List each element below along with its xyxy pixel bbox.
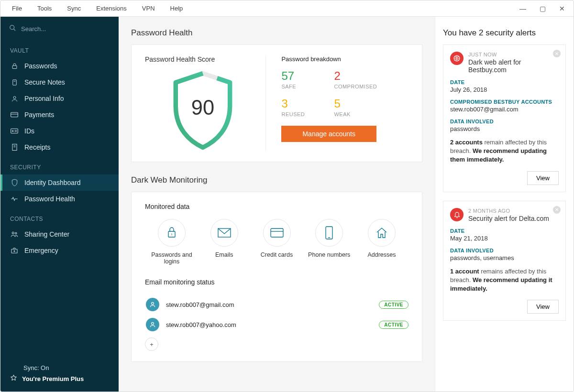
main-content: Password Health Password Health Score [119, 17, 435, 392]
alert-date: July 26, 2018 [450, 86, 559, 93]
section-label-contacts: CONTACTS [0, 207, 119, 226]
breakdown-label: Password breakdown [281, 55, 408, 63]
alert-accounts: stew.rob007@gmail.com [450, 106, 559, 113]
maximize-icon[interactable]: ▢ [540, 5, 546, 12]
sidebar-item-ids[interactable]: IDs [0, 123, 119, 139]
breakdown-reused: 3 REUSED [281, 97, 324, 117]
envelope-icon [210, 219, 238, 247]
svg-rect-3 [12, 79, 16, 85]
monitored-email-address: stew.rob007@gmail.com [166, 301, 234, 308]
weak-label: WEAK [334, 111, 391, 117]
monitored-phone[interactable]: Phone numbers [305, 219, 353, 265]
svg-point-16 [15, 232, 17, 234]
menu-sync[interactable]: Sync [59, 5, 88, 12]
menu-vpn[interactable]: VPN [134, 5, 163, 12]
svg-point-27 [152, 302, 154, 305]
sidebar-item-personal-info[interactable]: Personal Info [0, 90, 119, 107]
weak-value: 5 [334, 97, 391, 110]
person-icon [10, 95, 19, 102]
dismiss-alert-button[interactable]: ✕ [553, 50, 561, 57]
svg-point-5 [13, 96, 16, 98]
alert-date-label: DATE [450, 228, 559, 234]
view-alert-button[interactable]: View [527, 300, 559, 314]
search-icon [9, 24, 16, 33]
score-value: 90 [191, 96, 214, 119]
sidebar-item-password-health[interactable]: Password Health [0, 191, 119, 207]
svg-point-0 [10, 25, 14, 30]
creditcard-icon [263, 219, 291, 247]
alert-card-1: ✕ 2 MONTHS AGO Security alert for Delta.… [443, 201, 566, 321]
monitored-credit-cards[interactable]: Credit cards [253, 219, 301, 265]
alerts-panel: You have 2 security alerts ✕ JUST NOW Da… [435, 17, 574, 392]
svg-point-15 [12, 232, 14, 234]
alert-time: 2 MONTHS AGO [468, 208, 549, 214]
svg-line-1 [14, 29, 15, 31]
sidebar-item-emergency[interactable]: Emergency [0, 242, 119, 259]
monitored-emails[interactable]: Emails [200, 219, 248, 265]
sidebar-item-sharing-center[interactable]: Sharing Center [0, 226, 119, 242]
email-row-1: stew.rob007@yahoo.com ACTIVE [145, 315, 408, 335]
search-input[interactable] [21, 25, 110, 33]
svg-rect-25 [326, 227, 332, 239]
minimize-icon[interactable]: ― [519, 5, 526, 12]
monitored-email-address: stew.rob007@yahoo.com [166, 321, 236, 328]
note-icon [10, 79, 19, 86]
plan-label: You're Premium Plus [22, 375, 84, 382]
svg-rect-23 [271, 229, 283, 237]
alert-title: Dark web alert for Bestbuy.com [468, 58, 559, 74]
sidebar-item-passwords[interactable]: Passwords [0, 58, 119, 74]
phone-icon [315, 219, 343, 247]
monitored-addresses[interactable]: Addresses [358, 219, 406, 265]
menu-help[interactable]: Help [163, 5, 191, 12]
monitored-data-label: Monitored data [145, 203, 408, 210]
close-icon[interactable]: ✕ [559, 5, 565, 12]
sidebar-item-identity-dashboard[interactable]: Identity Dashboard [0, 174, 119, 191]
sidebar-item-label: IDs [24, 127, 34, 135]
status-pill: ACTIVE [379, 301, 408, 309]
monitored-passwords[interactable]: 1 Passwords and logins [148, 219, 196, 265]
card-icon [10, 112, 19, 118]
password-health-heading: Password Health [131, 28, 422, 38]
alert-accounts-label: COMPROMISED BESTBUY ACCOUNTS [450, 99, 559, 105]
alert-data: passwords, usernames [450, 254, 559, 261]
alert-description: 1 account remains affected by this breac… [450, 267, 559, 294]
receipt-icon [10, 143, 19, 151]
lock-icon [10, 63, 19, 70]
sidebar-footer: Sync: On You're Premium Plus [0, 358, 119, 392]
sidebar-item-label: Receipts [24, 143, 50, 151]
alert-title: Security alert for Delta.com [468, 215, 549, 222]
reused-value: 3 [281, 97, 324, 110]
monitored-item-label: Passwords and logins [151, 251, 192, 265]
svg-rect-12 [12, 144, 16, 151]
sidebar: VAULT Passwords Secure Notes Personal In… [0, 17, 119, 392]
add-email-button[interactable]: + [145, 338, 158, 351]
section-label-security: SECURITY [0, 155, 119, 174]
id-icon [10, 128, 19, 134]
safe-label: SAFE [281, 84, 324, 89]
dark-web-card: Monitored data 1 Passwords and logins Em… [131, 192, 422, 362]
health-shield: 90 [145, 70, 261, 151]
alert-card-0: ✕ JUST NOW Dark web alert for Bestbuy.co… [443, 44, 566, 192]
menu-tools[interactable]: Tools [30, 5, 59, 12]
window-controls: ― ▢ ✕ [519, 5, 570, 12]
alert-time: JUST NOW [468, 52, 559, 57]
sidebar-item-payments[interactable]: Payments [0, 107, 119, 123]
menu-file[interactable]: File [4, 5, 30, 12]
alert-date-label: DATE [450, 79, 559, 85]
safe-value: 57 [281, 69, 324, 83]
web-alert-icon [450, 52, 464, 65]
sidebar-item-label: Passwords [24, 62, 57, 70]
sidebar-item-secure-notes[interactable]: Secure Notes [0, 74, 119, 90]
svg-rect-2 [12, 65, 17, 68]
section-label-vault: VAULT [0, 39, 119, 58]
svg-point-9 [12, 131, 13, 132]
menu-extensions[interactable]: Extensions [88, 5, 134, 12]
sidebar-item-label: Sharing Center [24, 230, 69, 238]
dismiss-alert-button[interactable]: ✕ [553, 206, 561, 214]
sidebar-item-receipts[interactable]: Receipts [0, 139, 119, 155]
view-alert-button[interactable]: View [527, 171, 559, 185]
manage-accounts-button[interactable]: Manage accounts [281, 126, 376, 142]
alert-data-label: DATA INVOLVED [450, 248, 559, 253]
menubar: File Tools Sync Extensions VPN Help ― ▢ … [0, 0, 574, 17]
reused-label: REUSED [281, 111, 324, 117]
